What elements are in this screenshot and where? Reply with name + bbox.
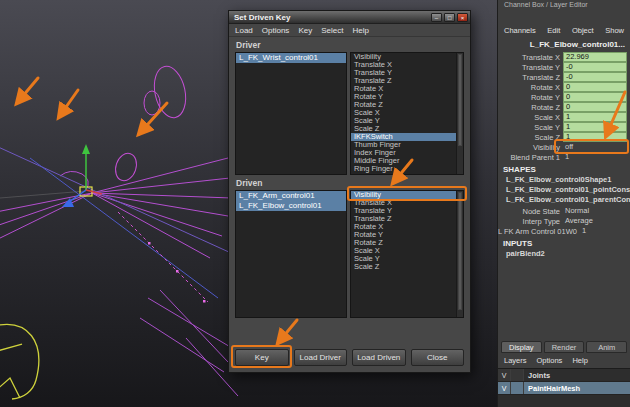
layer-editor-menu-item[interactable]: Help [572,356,587,365]
layer-editor-tab[interactable]: Render [544,341,585,353]
channel-box-menu-item[interactable]: Edit [547,26,560,35]
channel-row: Scale Y 1 [498,122,630,132]
channel-row: Rotate Y 0 [498,92,630,102]
scrollbar-thumb[interactable] [458,192,462,310]
layer-name[interactable]: Joints [524,369,630,381]
channel-row: Translate Z -0 [498,72,630,82]
driver-object-list: L_FK_Wrist_control01 [235,52,347,175]
constraint-attribute-list: Node State Normal Interp Type Average L … [498,206,630,236]
constraint-row: L FK Arm Control 01W0 1 [498,226,630,236]
layer-list: V Joints V PaintHairMesh [498,368,630,407]
channel-value-field[interactable]: -0 [563,72,627,82]
scrollbar-thumb[interactable] [458,54,462,146]
dialog-menu-item[interactable]: Select [321,26,343,35]
channel-value-field[interactable]: 0 [563,82,627,92]
close-icon[interactable]: × [457,13,468,22]
driver-attribute-item[interactable]: Ring Finger [351,165,463,173]
constraint-value-field[interactable]: 1 [580,226,627,236]
dialog-menu-item[interactable]: Load [235,26,253,35]
layer-visibility-toggle[interactable]: V [498,369,511,381]
channel-box-panel: Channel Box / Layer Editor ChannelsEditO… [497,0,630,407]
channel-row: Blend Parent 1 1 [498,152,630,162]
constraint-row: Interp Type Average [498,216,630,226]
channel-name: Visibility [498,143,563,152]
channel-row: Visibility off [498,142,630,152]
channel-box-menu-item[interactable]: Channels [504,26,536,35]
load-driver-button[interactable]: Load Driver [294,349,348,366]
constraint-value-field[interactable]: Normal [563,206,627,216]
channel-name: Rotate Y [498,93,563,102]
channel-value-field[interactable]: 1 [563,122,627,132]
load-driven-button[interactable]: Load Driven [352,349,406,366]
channel-name: Scale X [498,113,563,122]
dialog-button-row: Key Load Driver Load Driven Close [235,349,464,366]
driven-attribute-scrollbar[interactable] [456,191,463,317]
input-node-list: pairBlend2 [498,249,630,259]
dialog-menu-item[interactable]: Help [352,26,368,35]
channel-value-field[interactable]: 0 [563,92,627,102]
layer-editor-tab[interactable]: Anim [586,341,627,353]
shapes-section-header: SHAPES [498,165,630,174]
driven-attribute-item[interactable]: Scale Z [351,263,463,271]
set-driven-key-window: Set Driven Key – □ × LoadOptionsKeySelec… [228,10,471,373]
channel-box-menubar: ChannelsEditObjectShow [498,26,630,35]
constraint-name: L FK Arm Control 01W0 [498,227,580,236]
layer-name[interactable]: PaintHairMesh [524,382,630,394]
channel-name: Scale Z [498,133,563,142]
constraint-name: Node State [498,207,563,216]
constraint-value-field[interactable]: Average [563,216,627,226]
driver-section-label: Driver [236,40,261,50]
dialog-titlebar[interactable]: Set Driven Key – □ × [229,11,470,24]
driven-attribute-list: VisibilityTranslate XTranslate YTranslat… [350,190,464,318]
maximize-button[interactable]: □ [444,13,455,22]
layer-editor-menu-item[interactable]: Options [537,356,563,365]
maya-application: Channel Box / Layer Editor ChannelsEditO… [0,0,630,407]
driver-object-item[interactable]: L_FK_Wrist_control01 [236,53,346,63]
channel-row: Translate Y -0 [498,62,630,72]
channel-box-menu-item[interactable]: Object [572,26,594,35]
input-node-item[interactable]: pairBlend2 [498,249,630,259]
inputs-section-header: INPUTS [498,239,630,248]
layer-editor-tabs: DisplayRenderAnim [501,341,627,353]
dialog-menu-item[interactable]: Options [262,26,290,35]
driver-attribute-scrollbar[interactable] [456,53,463,174]
panel-header: Channel Box / Layer Editor [498,1,630,8]
constraint-name: Interp Type [498,217,563,226]
channel-row: Scale X 1 [498,112,630,122]
close-button[interactable]: Close [411,349,465,366]
channel-value-field[interactable]: -0 [563,62,627,72]
channel-name: Translate X [498,53,563,62]
shape-node-item[interactable]: L_FK_Elbow_control0Shape1 [498,175,630,185]
channel-name: Blend Parent 1 [498,153,563,162]
channel-list: Translate X 22.969 Translate Y -0 Transl… [498,52,630,162]
layer-row[interactable]: V Joints [498,369,630,382]
layer-type-cell [511,382,524,394]
channel-value-field[interactable]: 1 [563,112,627,122]
channel-row: Translate X 22.969 [498,52,630,62]
layer-editor-menu-item[interactable]: Layers [504,356,527,365]
channel-row: Rotate Z 0 [498,102,630,112]
shape-node-item[interactable]: L_FK_Elbow_control01_parentCon... [498,195,630,205]
shape-node-list: L_FK_Elbow_control0Shape1L_FK_Elbow_cont… [498,175,630,205]
channel-value-field[interactable]: off [563,142,627,152]
minimize-button[interactable]: – [431,13,442,22]
layer-row[interactable]: V PaintHairMesh [498,382,630,395]
layer-editor-tab[interactable]: Display [501,341,542,353]
key-button[interactable]: Key [235,349,289,366]
channel-value-field[interactable]: 1 [563,132,627,142]
channel-name: Translate Z [498,73,563,82]
driven-object-item[interactable]: L_FK_Arm_control01 [236,191,346,201]
channel-value-field[interactable]: 22.969 [563,52,627,62]
channel-name: Rotate Z [498,103,563,112]
channel-row: Rotate X 0 [498,82,630,92]
channel-value-field[interactable]: 1 [563,152,627,162]
dialog-menu-item[interactable]: Key [298,26,312,35]
layer-visibility-toggle[interactable]: V [498,382,511,394]
channel-value-field[interactable]: 0 [563,102,627,112]
layer-editor-menubar: LayersOptionsHelp [504,356,588,365]
driven-section-label: Driven [236,178,262,188]
driven-object-item[interactable]: L_FK_Elbow_control01 [236,201,346,211]
shape-node-item[interactable]: L_FK_Elbow_control01_pointConst... [498,185,630,195]
selected-object-name: L_FK_Elbow_control01... [498,40,625,49]
channel-box-menu-item[interactable]: Show [605,26,624,35]
